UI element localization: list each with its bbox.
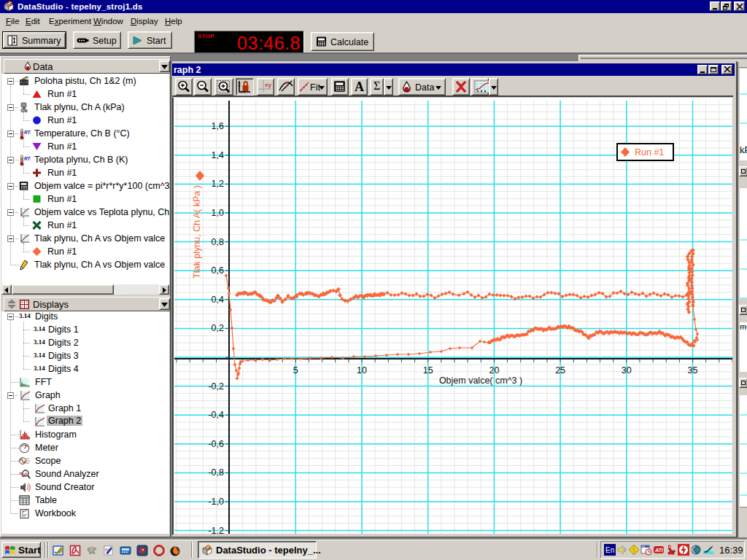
svg-text:15: 15 (423, 365, 433, 376)
svg-text:xy: xy (265, 82, 271, 88)
svg-text:-0,4: -0,4 (208, 410, 224, 420)
svg-text:En: En (605, 546, 614, 554)
svg-text:35: 35 (688, 365, 698, 376)
svg-text:20: 20 (489, 365, 499, 376)
svg-text:25: 25 (555, 365, 565, 376)
svg-text:-0,6: -0,6 (208, 439, 224, 449)
svg-text:Run #1: Run #1 (635, 147, 664, 158)
svg-text:-0,8: -0,8 (208, 467, 224, 478)
svg-text:-0,2: -0,2 (208, 381, 224, 392)
svg-text:0,2: 0,2 (212, 323, 224, 333)
svg-text:0,4: 0,4 (212, 295, 224, 305)
svg-text:30: 30 (622, 365, 632, 376)
svg-text:0,6: 0,6 (212, 265, 224, 276)
svg-text:1,6: 1,6 (212, 121, 224, 131)
svg-text:-1,0: -1,0 (208, 497, 224, 507)
svg-text:1,0: 1,0 (212, 208, 224, 218)
svg-text:1,2: 1,2 (212, 179, 224, 189)
svg-text:10: 10 (357, 365, 367, 376)
svg-text:RTD: RTD (24, 156, 31, 161)
svg-text:Tlak plynu, Ch A( kPa ): Tlak plynu, Ch A( kPa ) (192, 185, 202, 279)
svg-text:-1,2: -1,2 (208, 526, 224, 534)
svg-text:30: 30 (642, 545, 645, 548)
svg-text:Objem valce( cm^3 ): Objem valce( cm^3 ) (439, 376, 522, 386)
svg-text:kP: kP (740, 144, 747, 155)
svg-text:1,4: 1,4 (212, 150, 224, 160)
svg-text:ATI: ATI (654, 548, 664, 553)
svg-text:RTD: RTD (24, 130, 31, 135)
svg-text:m^: m^ (740, 322, 747, 331)
svg-text:5: 5 (293, 365, 298, 376)
svg-text:0,8: 0,8 (212, 237, 224, 247)
